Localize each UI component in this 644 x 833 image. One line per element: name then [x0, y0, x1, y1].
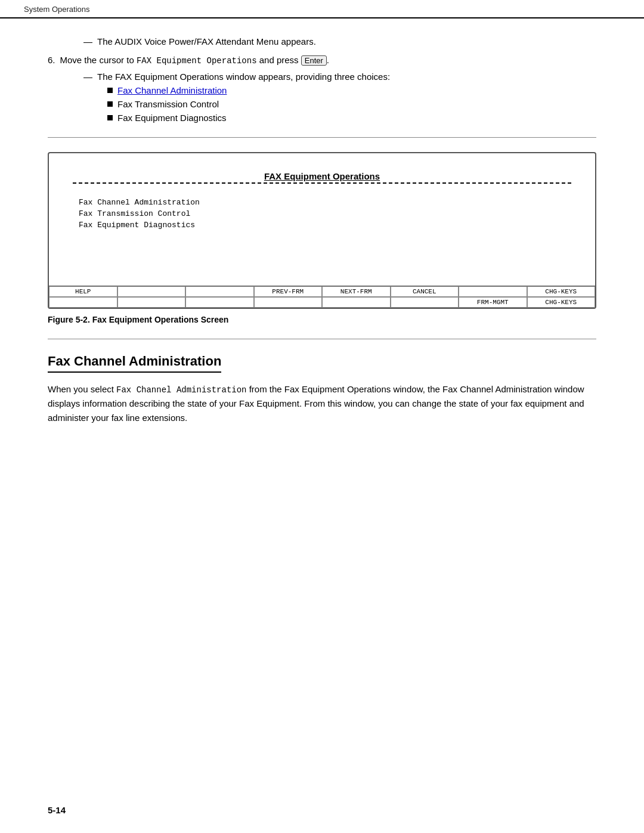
dash-icon: —: [83, 36, 92, 47]
bullet-list: Fax Channel Administration Fax Transmiss…: [107, 85, 596, 123]
bullet-square-2: [107, 101, 113, 107]
screen-menu-2: Fax Transmission Control: [73, 209, 571, 218]
fkey-prev-frm[interactable]: PREV-FRM: [254, 286, 323, 297]
fkey-f3: [185, 286, 254, 297]
figure-caption: Figure 5-2. Fax Equipment Operations Scr…: [48, 315, 596, 324]
bullet-item-3: Fax Equipment Diagnostics: [107, 113, 596, 123]
fkey-b6: [391, 297, 459, 308]
bullet-link-1[interactable]: Fax Channel Administration: [117, 85, 227, 95]
fkey-chg-keys-bot[interactable]: CHG-KEYS: [527, 297, 596, 308]
fkey-b4: [254, 297, 323, 308]
divider-1: [48, 137, 596, 138]
step-6-sub: — The FAX Equipment Operations window ap…: [83, 72, 596, 82]
screen-inner: FAX Equipment Operations Fax Channel Adm…: [49, 153, 595, 286]
fkey-help[interactable]: HELP: [49, 286, 117, 297]
screen-mockup: FAX Equipment Operations Fax Channel Adm…: [48, 152, 596, 309]
fkey-cancel[interactable]: CANCEL: [391, 286, 459, 297]
fkey-b3: [185, 297, 254, 308]
step-number: 6.: [48, 55, 55, 66]
fkey-next-frm[interactable]: NEXT-FRM: [322, 286, 391, 297]
header-title: System Operations: [24, 5, 90, 14]
step-6-text: Move the cursor to FAX Equipment Operati…: [60, 55, 596, 66]
divider-2: [48, 339, 596, 339]
body-paragraph: When you select Fax Channel Administrati…: [48, 382, 596, 425]
screen-menu-3: Fax Equipment Diagnostics: [73, 221, 571, 230]
bullet-item-2: Fax Transmission Control: [107, 99, 596, 109]
screen-title-row: FAX Equipment Operations: [73, 171, 571, 181]
intro-text: The AUDIX Voice Power/FAX Attendant Menu…: [97, 36, 596, 47]
bullet-item-1: Fax Channel Administration: [107, 85, 596, 95]
bullet-square-1: [107, 88, 113, 93]
step-6-code: FAX Equipment Operations: [137, 56, 257, 66]
bullet-square-3: [107, 115, 113, 120]
fkey-f2: [117, 286, 186, 297]
bullet-label-3: Fax Equipment Diagnostics: [117, 113, 227, 123]
step-6: 6. Move the cursor to FAX Equipment Oper…: [48, 55, 596, 66]
fkey-bot-row: FRM-MGMT CHG-KEYS: [49, 297, 595, 308]
step-6-sub-text: The FAX Equipment Operations window appe…: [97, 72, 596, 82]
dash-icon-2: —: [83, 72, 92, 82]
fkey-f7: [459, 286, 527, 297]
fkey-chg-keys-top[interactable]: CHG-KEYS: [527, 286, 596, 297]
section-heading: Fax Channel Administration: [48, 354, 221, 373]
figure-caption-text: Figure 5-2. Fax Equipment Operations Scr…: [48, 315, 228, 324]
main-content: — The AUDIX Voice Power/FAX Attendant Me…: [0, 18, 644, 459]
fkey-b5: [322, 297, 391, 308]
header-bar: System Operations: [0, 0, 644, 18]
bullet-label-2: Fax Transmission Control: [117, 99, 219, 109]
fkey-row: HELP PREV-FRM NEXT-FRM CANCEL CHG-KEYS: [49, 286, 595, 308]
fkey-top-row: HELP PREV-FRM NEXT-FRM CANCEL CHG-KEYS: [49, 286, 595, 297]
screen-title: FAX Equipment Operations: [264, 171, 380, 181]
page-container: System Operations — The AUDIX Voice Powe…: [0, 0, 644, 833]
fkey-b2: [117, 297, 186, 308]
intro-bullet: — The AUDIX Voice Power/FAX Attendant Me…: [83, 36, 596, 47]
fkey-b1: [49, 297, 117, 308]
dashed-line: [73, 182, 571, 184]
fkey-frm-mgmt[interactable]: FRM-MGMT: [459, 297, 527, 308]
screen-spacer: [73, 232, 571, 280]
screen-menu-1: Fax Channel Administration: [73, 198, 571, 207]
enter-key: Enter: [301, 55, 327, 66]
fkey-bar: HELP PREV-FRM NEXT-FRM CANCEL CHG-KEYS: [49, 286, 595, 308]
page-number: 5-14: [48, 805, 66, 815]
body-code: Fax Channel Administration: [116, 385, 246, 395]
